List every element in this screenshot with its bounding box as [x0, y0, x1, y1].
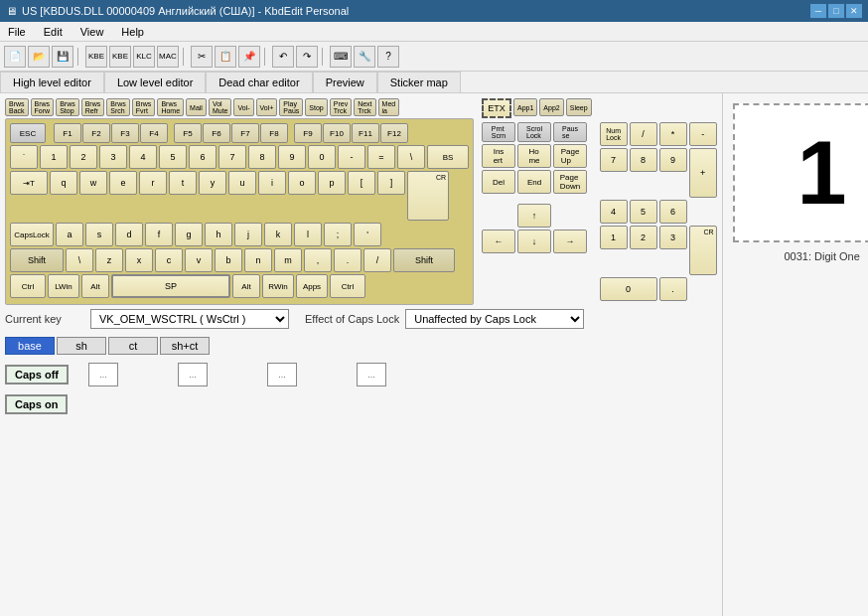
tab-dead-char[interactable]: Dead char editor — [206, 72, 312, 92]
key-i[interactable]: i — [258, 171, 286, 195]
key-e[interactable]: e — [109, 171, 137, 195]
tools-button[interactable]: 🔧 — [354, 46, 375, 68]
key-9[interactable]: 9 — [278, 145, 306, 169]
key-a[interactable]: a — [56, 223, 83, 246]
key-rbracket[interactable]: ] — [377, 171, 405, 195]
key-num9[interactable]: 9 — [659, 148, 687, 172]
key-capslock[interactable]: CapsLock — [10, 223, 54, 246]
key-f5[interactable]: F5 — [174, 123, 202, 143]
key-s[interactable]: s — [85, 223, 113, 246]
key-app1[interactable]: App1 — [513, 98, 537, 116]
key-4[interactable]: 4 — [129, 145, 157, 169]
key-ctrl-right[interactable]: Ctrl — [330, 274, 365, 298]
key-end[interactable]: End — [517, 170, 551, 194]
key-home[interactable]: Home — [517, 144, 551, 168]
key-quote[interactable]: ' — [354, 223, 381, 246]
key-brws-stop[interactable]: BrwsStop — [56, 98, 79, 116]
key-backslash-num[interactable]: \ — [397, 145, 425, 169]
caps-off-button[interactable]: Caps off — [5, 365, 69, 385]
key-vol-down[interactable]: Vol- — [233, 98, 253, 116]
key-num-plus[interactable]: + — [689, 148, 717, 198]
key-tab[interactable]: ⇥T — [10, 171, 48, 195]
tab-sticker-map[interactable]: Sticker map — [377, 72, 461, 92]
key-x[interactable]: x — [125, 248, 153, 272]
key-2[interactable]: 2 — [70, 145, 97, 169]
tab-sh[interactable]: sh — [57, 337, 106, 355]
key-comma[interactable]: , — [304, 248, 332, 272]
klc-button[interactable]: KLC — [133, 46, 155, 68]
current-key-select[interactable]: VK_OEM_WSCTRL ( WsCtrl ) — [90, 309, 289, 329]
key-f[interactable]: f — [145, 223, 173, 246]
key-arrow-right[interactable]: → — [553, 230, 587, 253]
key-f2[interactable]: F2 — [82, 123, 110, 143]
key-f3[interactable]: F3 — [111, 123, 139, 143]
key-esc[interactable]: ESC — [10, 123, 46, 143]
key-z[interactable]: z — [95, 248, 123, 272]
key-semicolon[interactable]: ; — [324, 223, 352, 246]
key-q[interactable]: q — [50, 171, 77, 195]
key-num-minus[interactable]: - — [689, 122, 717, 146]
key-num-slash[interactable]: / — [630, 122, 657, 146]
key-alt-right[interactable]: Alt — [232, 274, 260, 298]
key-b[interactable]: b — [215, 248, 242, 272]
key-lwin[interactable]: LWin — [48, 274, 79, 298]
key-brws-fvrt[interactable]: BrwsFvrt — [132, 98, 156, 116]
tab-shct[interactable]: sh+ct — [160, 337, 210, 355]
menu-edit[interactable]: Edit — [40, 25, 67, 39]
key-num4[interactable]: 4 — [600, 200, 628, 224]
copy-button[interactable]: 📋 — [215, 46, 236, 68]
key-app2[interactable]: App2 — [539, 98, 563, 116]
key-r[interactable]: r — [139, 171, 167, 195]
key-num8[interactable]: 8 — [630, 148, 657, 172]
char-cell-sh[interactable]: ... — [178, 363, 208, 386]
caps-on-button[interactable]: Caps on — [5, 394, 68, 414]
key-f8[interactable]: F8 — [260, 123, 288, 143]
key-0[interactable]: 0 — [308, 145, 336, 169]
key-m[interactable]: m — [274, 248, 302, 272]
key-1[interactable]: 1 — [40, 145, 68, 169]
key-pause[interactable]: Pausse — [553, 122, 587, 142]
key-t[interactable]: t — [169, 171, 197, 195]
key-backspace[interactable]: BS — [427, 145, 469, 169]
key-pgdn[interactable]: PageDown — [553, 170, 587, 194]
key-num0[interactable]: 0 — [600, 277, 657, 301]
key-arrow-up[interactable]: ↑ — [517, 204, 551, 228]
key-scrlk[interactable]: ScrolLock — [517, 122, 551, 142]
key-vol-up[interactable]: Vol+ — [256, 98, 278, 116]
key-stop[interactable]: Stop — [305, 98, 327, 116]
tab-ct[interactable]: ct — [108, 337, 158, 355]
key-k[interactable]: k — [264, 223, 292, 246]
key-num7[interactable]: 7 — [600, 148, 628, 172]
paste-button[interactable]: 📌 — [238, 46, 260, 68]
mac-button[interactable]: MAC — [157, 46, 179, 68]
key-delete[interactable]: Del — [482, 170, 515, 194]
key-f9[interactable]: F9 — [294, 123, 322, 143]
key-f7[interactable]: F7 — [231, 123, 259, 143]
key-p[interactable]: p — [318, 171, 346, 195]
menu-view[interactable]: View — [76, 25, 108, 39]
key-prtscr[interactable]: PrntScrn — [482, 122, 515, 142]
key-arrow-left[interactable]: ← — [482, 230, 515, 253]
key-v[interactable]: v — [185, 248, 213, 272]
key-g[interactable]: g — [175, 223, 203, 246]
key-brws-srch[interactable]: BrwsSrch — [106, 98, 130, 116]
key-j[interactable]: j — [234, 223, 262, 246]
key-apps[interactable]: Apps — [296, 274, 328, 298]
undo-button[interactable]: ↶ — [272, 46, 294, 68]
key-play-pause[interactable]: PlayPaus — [279, 98, 303, 116]
key-f1[interactable]: F1 — [54, 123, 81, 143]
char-cell-base[interactable]: ... — [88, 363, 118, 386]
redo-button[interactable]: ↷ — [296, 46, 318, 68]
maximize-button[interactable]: □ — [828, 4, 844, 18]
tab-high-level[interactable]: High level editor — [0, 72, 104, 92]
key-8[interactable]: 8 — [248, 145, 276, 169]
key-num2[interactable]: 2 — [630, 226, 657, 249]
key-n[interactable]: n — [244, 248, 272, 272]
key-l[interactable]: l — [294, 223, 322, 246]
key-shift-left[interactable]: Shift — [10, 248, 64, 272]
key-y[interactable]: y — [199, 171, 226, 195]
cut-button[interactable]: ✂ — [191, 46, 213, 68]
key-arrow-down[interactable]: ↓ — [517, 230, 551, 253]
kbe1-button[interactable]: KBE — [85, 46, 107, 68]
key-u[interactable]: u — [228, 171, 256, 195]
